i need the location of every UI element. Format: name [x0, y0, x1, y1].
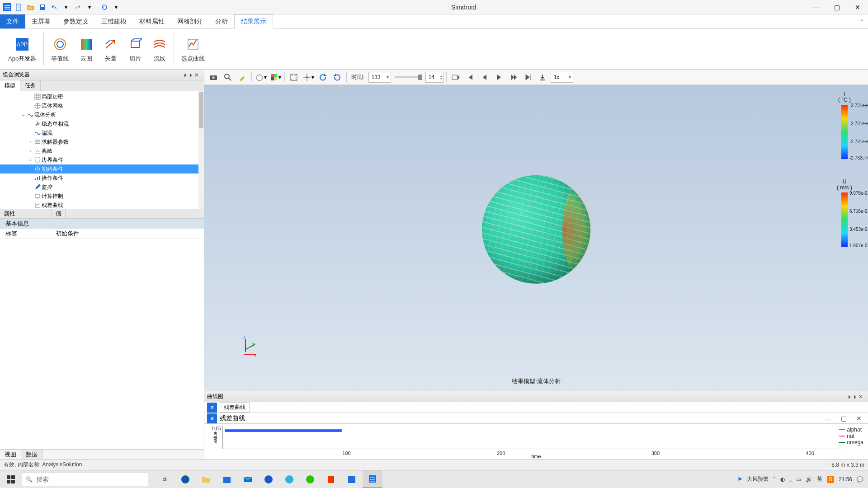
time-slider[interactable] — [395, 76, 422, 78]
todo-icon[interactable] — [259, 470, 278, 488]
ribbon-slice[interactable]: 切片 — [123, 30, 147, 68]
notification-icon[interactable]: 💬 — [857, 476, 863, 483]
tab-results[interactable]: 结果展示 — [234, 14, 273, 29]
weather-text[interactable]: 大风预警 — [747, 475, 769, 483]
tree-node[interactable]: 监控 — [0, 183, 204, 192]
tree-node[interactable]: +求解器参数 — [0, 137, 204, 146]
tree-node[interactable]: 流体网格 — [0, 101, 204, 110]
curve-tab-label[interactable]: 残差曲线 — [220, 402, 250, 413]
tab-home[interactable]: 主屏幕 — [25, 14, 57, 28]
explorer-icon[interactable] — [196, 470, 216, 488]
rate-combo[interactable]: 1x — [551, 72, 573, 83]
view-tab-data[interactable]: 数据 — [21, 450, 42, 459]
tree-node[interactable]: +离散 — [0, 146, 204, 155]
frame-spin[interactable]: 14 — [425, 72, 443, 83]
curve-min-icon[interactable]: — — [822, 415, 835, 422]
app-logo-icon[interactable] — [2, 2, 13, 13]
expand-icon[interactable]: + — [27, 167, 33, 172]
ribbon-app-dev[interactable]: APP App开发器 — [3, 30, 42, 68]
redo-more-icon[interactable]: ▾ — [84, 2, 95, 13]
open-file-icon[interactable] — [25, 2, 36, 13]
prev-icon[interactable] — [478, 71, 491, 84]
model-tree[interactable]: 局部加密流体网格–流体分析稳态单相流湍流+求解器参数+离散+边界条件+初始条件操… — [0, 91, 204, 209]
tray-expand-icon[interactable]: ˄ — [773, 476, 776, 483]
tree-tab-model[interactable]: 模型 — [0, 80, 20, 91]
volume-icon[interactable]: 🔊 — [806, 476, 812, 483]
maximize-button[interactable]: ▢ — [826, 0, 847, 14]
weather-icon[interactable]: ⚑ — [737, 476, 742, 483]
tree-node[interactable]: 湍流 — [0, 128, 204, 137]
zoom-icon[interactable] — [222, 71, 234, 84]
fit-icon[interactable] — [288, 71, 300, 84]
cube-icon[interactable]: ▾ — [255, 71, 267, 84]
start-button[interactable] — [0, 470, 22, 488]
ribbon-cloud[interactable]: 云图 — [74, 30, 99, 68]
sync-icon[interactable]: ◐ — [780, 476, 785, 483]
ime-icon[interactable]: 英 — [817, 475, 822, 483]
refresh-more-icon[interactable]: ▾ — [111, 2, 122, 13]
tree-node[interactable]: 操作条件 — [0, 174, 204, 183]
minimize-button[interactable]: — — [806, 0, 826, 14]
ribbon-collapse-icon[interactable]: ⌃ — [855, 14, 868, 28]
tab-mesh[interactable]: 网格剖分 — [171, 14, 209, 28]
rotate-left-icon[interactable] — [316, 71, 329, 84]
next-icon[interactable] — [507, 71, 520, 84]
simdroid-task-icon[interactable] — [363, 470, 382, 488]
mail-icon[interactable] — [238, 470, 258, 488]
tree-tab-task[interactable]: 任务 — [20, 80, 41, 91]
axes-icon[interactable]: ▾ — [302, 71, 315, 84]
browser-icon[interactable] — [279, 470, 299, 488]
ribbon-streamline[interactable]: 流线 — [147, 30, 172, 68]
curve-chart[interactable]: -0.05 value 100 200 300 400 time alphat … — [204, 424, 868, 459]
expand-icon[interactable]: + — [27, 158, 33, 163]
close-button[interactable]: ✕ — [847, 0, 868, 14]
expand-icon[interactable]: – — [20, 113, 26, 117]
curve-close-icon2[interactable]: ✕ — [853, 415, 865, 422]
app1-icon[interactable] — [342, 470, 362, 488]
taskbar-search[interactable]: 🔍 — [22, 473, 148, 486]
tab-analysis[interactable]: 分析 — [209, 14, 234, 28]
new-file-icon[interactable]: + — [14, 2, 24, 13]
office-icon[interactable] — [321, 470, 341, 488]
expand-icon[interactable]: + — [27, 149, 33, 154]
rotate-right-icon[interactable] — [331, 71, 344, 84]
undo-more-icon[interactable]: ▾ — [61, 2, 71, 13]
tab-file[interactable]: 文件 — [0, 14, 25, 28]
last-icon[interactable] — [522, 71, 534, 84]
brush-icon[interactable] — [236, 71, 249, 84]
tree-node[interactable]: 局部加密 — [0, 92, 204, 101]
tree-node[interactable]: 计算控制 — [0, 192, 204, 201]
clock[interactable]: 21:56 — [839, 476, 852, 483]
battery-icon[interactable]: ▭ — [796, 476, 801, 483]
curve-max-icon[interactable]: ▢ — [837, 415, 850, 422]
panel-close-icon[interactable]: ✕ — [192, 72, 201, 78]
ribbon-vector[interactable]: 矢量 — [99, 30, 123, 68]
tree-node[interactable]: 残差曲线 — [0, 201, 204, 209]
tab-param[interactable]: 参数定义 — [57, 14, 95, 28]
prop-value[interactable]: 初始条件 — [52, 230, 204, 238]
sogou-icon[interactable]: S — [827, 476, 834, 483]
tab-material[interactable]: 材料属性 — [133, 14, 171, 28]
tree-scrollbar[interactable] — [198, 91, 204, 209]
taskview-icon[interactable]: ⧉ — [155, 470, 175, 488]
first-icon[interactable] — [464, 71, 476, 84]
wifi-icon[interactable]: ◞ — [789, 476, 792, 483]
curve-forward-icon[interactable]: ⏵⏵ — [847, 394, 856, 400]
ribbon-contour[interactable]: 等值线 — [46, 30, 74, 68]
camera-icon[interactable] — [207, 71, 220, 84]
undo-icon[interactable] — [49, 2, 60, 13]
save-file-icon[interactable] — [37, 2, 48, 13]
refresh-icon[interactable] — [99, 2, 110, 13]
tree-node[interactable]: 稳态单相流 — [0, 119, 204, 128]
view-tab-view[interactable]: 视图 — [0, 450, 21, 459]
3d-viewport[interactable]: z y x 结果模型:流体分析 T( °C ) -2.731e+02 -2.73… — [204, 85, 868, 391]
store-icon[interactable] — [217, 470, 237, 488]
time-combo[interactable]: 133 — [368, 72, 391, 83]
export-icon[interactable] — [536, 71, 549, 84]
play-icon[interactable] — [493, 71, 505, 84]
edge-icon[interactable] — [175, 470, 195, 488]
curve-close-icon[interactable]: ✕ — [856, 394, 865, 400]
panel-forward-icon[interactable]: ⏵⏵ — [183, 72, 192, 78]
search-input[interactable] — [36, 476, 144, 483]
tree-node[interactable]: +边界条件 — [0, 155, 204, 164]
